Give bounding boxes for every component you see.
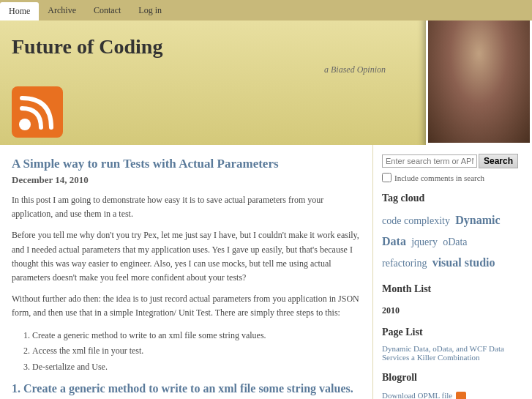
nav-home[interactable]: Home <box>0 2 39 20</box>
article-paragraph-1: In this post I am going to demonstrate h… <box>12 193 361 221</box>
tag-data[interactable]: Data <box>382 235 406 247</box>
include-comments-row: Include comments in search <box>382 173 511 182</box>
include-comments-label: Include comments in search <box>394 174 484 182</box>
nav-archive[interactable]: Archive <box>39 0 85 20</box>
month-list: 2010 <box>382 305 511 316</box>
step-1: Create a generic method to write to an x… <box>32 328 361 344</box>
tag-refactoring[interactable]: refactoring <box>382 258 427 269</box>
site-tagline: a Biased Opinion <box>324 64 386 75</box>
article-title: A Simple way to run Tests with Actual Pa… <box>12 157 361 171</box>
rss-icon <box>12 86 63 138</box>
svg-point-1 <box>19 119 31 130</box>
tag-dynamic[interactable]: Dynamic <box>455 214 500 226</box>
article-body: In this post I am going to demonstrate h… <box>12 193 361 399</box>
opml-icon <box>456 392 466 399</box>
tag-visual-studio[interactable]: visual studio <box>432 256 495 269</box>
month-list-title: Month List <box>382 283 511 295</box>
include-comments-checkbox[interactable] <box>382 173 391 182</box>
search-input[interactable] <box>382 154 477 168</box>
section-heading: 1. Create a generic method to write to a… <box>12 382 361 395</box>
article-steps: Create a generic method to write to an x… <box>32 328 361 376</box>
page-link-1[interactable]: Dynamic Data, oData, and WCF Data Servic… <box>382 344 511 362</box>
nav-contact[interactable]: Contact <box>85 0 130 20</box>
blogroll-title: Blogroll <box>382 372 511 384</box>
sidebar: Search Include comments in search Tag cl… <box>373 145 520 399</box>
tag-cloud: code complexity Dynamic Data jquery oDat… <box>382 210 511 273</box>
page-list: Dynamic Data, oData, and WCF Data Servic… <box>382 344 511 362</box>
blogroll-opml-link[interactable]: Download OPML file <box>382 391 466 399</box>
step-2: Access the xml file in your test. <box>32 343 361 359</box>
article-date: December 14, 2010 <box>12 174 361 186</box>
content-wrapper: A Simple way to run Tests with Actual Pa… <box>0 145 532 399</box>
month-2010[interactable]: 2010 <box>382 305 511 316</box>
tag-odata[interactable]: oData <box>443 236 467 247</box>
portrait-image <box>426 20 532 145</box>
search-button[interactable]: Search <box>479 154 518 168</box>
article-paragraph-3: Without further ado then: the idea is to… <box>12 292 361 320</box>
site-header: Future of Coding a Biased Opinion <box>0 20 532 145</box>
tag-jquery[interactable]: jquery <box>411 236 438 247</box>
nav-login[interactable]: Log in <box>130 0 171 20</box>
main-content: A Simple way to run Tests with Actual Pa… <box>0 145 373 399</box>
tag-cloud-title: Tag cloud <box>382 193 511 204</box>
blogroll-list: Download OPML file <box>382 389 511 399</box>
blogroll-opml-label: Download OPML file <box>382 391 452 399</box>
tag-code-complexity[interactable]: code complexity <box>382 215 450 226</box>
search-box: Search <box>382 154 511 168</box>
top-navigation: Home Archive Contact Log in <box>0 0 532 20</box>
step-3: De-serialize and Use. <box>32 359 361 376</box>
page-list-title: Page List <box>382 327 511 338</box>
article-paragraph-2: Before you tell me why don't you try Pex… <box>12 228 361 285</box>
